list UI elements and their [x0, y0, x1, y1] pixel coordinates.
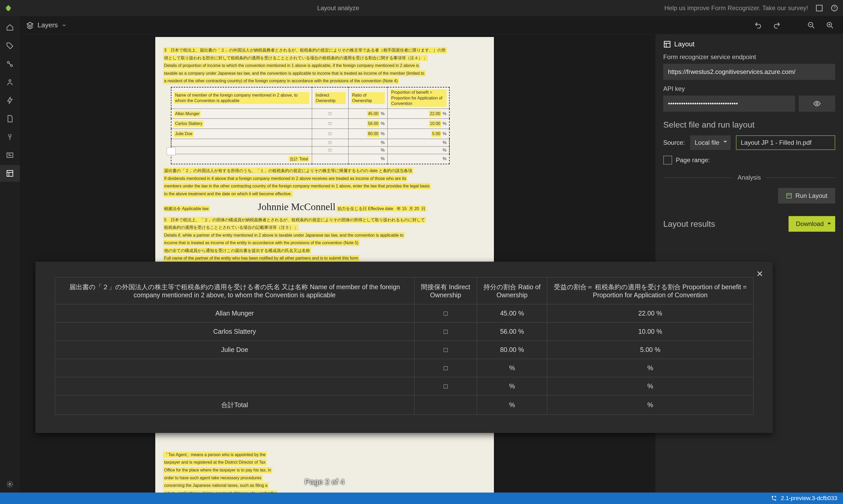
version-text: 2.1-preview.3-dcfb033 — [781, 495, 837, 502]
sidebar — [0, 16, 20, 492]
zoom-out-button[interactable] — [805, 18, 818, 32]
eye-icon — [813, 100, 821, 108]
source-select[interactable]: Local file — [690, 136, 731, 150]
zoom-out-icon — [807, 21, 815, 29]
doc-table: Name of member of the foreign company me… — [171, 87, 450, 164]
table-overlay: ✕ 届出書の「２」の外国法人の株主等で租税条約の適用を受ける者の氏名 又は名称 … — [35, 262, 773, 433]
svg-text:?: ? — [833, 5, 836, 11]
bolt-icon — [6, 96, 14, 104]
plug-icon — [6, 60, 14, 68]
nav-tag[interactable] — [0, 37, 20, 54]
feedback-icon[interactable] — [815, 4, 823, 12]
app-logo-icon — [5, 4, 12, 12]
table-badge-icon — [167, 147, 176, 155]
tag-icon — [6, 42, 14, 50]
reveal-key-button[interactable] — [799, 95, 835, 112]
layout-panel-icon — [663, 40, 671, 48]
svg-point-5 — [9, 80, 11, 82]
table-row: 合計Total%% — [55, 395, 753, 415]
nav-text[interactable] — [0, 147, 20, 163]
apikey-label: API key — [663, 85, 835, 92]
gear-icon — [6, 480, 14, 488]
file-picker[interactable]: Layout JP 1 - Filled In.pdf — [736, 136, 835, 150]
run-layout-button[interactable]: Run Layout — [778, 188, 835, 203]
redo-icon — [773, 21, 781, 29]
svg-point-12 — [816, 103, 818, 105]
apikey-input[interactable] — [663, 95, 795, 112]
layers-label: Layers — [37, 21, 58, 29]
table-row: Julie Doe□80.00 %5.00 % — [55, 341, 753, 359]
text-icon — [6, 151, 14, 159]
nav-connections[interactable] — [0, 56, 20, 72]
layout-icon — [6, 169, 14, 177]
svg-rect-0 — [816, 5, 822, 11]
nav-connect[interactable] — [0, 129, 20, 145]
close-overlay-button[interactable]: ✕ — [756, 269, 763, 279]
col-benefit: 受益の割合＝ 租税条約の適用を受ける割合 Proportion of benef… — [547, 277, 753, 304]
app-title: Layout analyze — [12, 4, 664, 12]
endpoint-input[interactable] — [663, 64, 835, 80]
page-range-checkbox[interactable] — [663, 156, 672, 164]
document-icon — [6, 115, 14, 123]
page-range-label: Page range: — [676, 157, 710, 164]
svg-point-8 — [9, 483, 11, 485]
nav-layout[interactable] — [0, 165, 20, 182]
layers-icon — [26, 21, 34, 29]
table-row: Carlos Slattery□56.00 %10.00 % — [55, 323, 753, 341]
panel-heading: Layout — [674, 40, 695, 48]
zoom-in-icon — [826, 21, 834, 29]
chevron-down-icon — [62, 23, 67, 28]
extracted-table: 届出書の「２」の外国法人の株主等で租税条約の適用を受ける者の氏名 又は名称 Na… — [55, 277, 753, 415]
nav-home[interactable] — [0, 19, 20, 36]
layers-dropdown[interactable]: Layers — [26, 21, 67, 29]
analysis-divider: Analysis — [663, 174, 835, 181]
table-row: □%% — [55, 377, 753, 395]
undo-icon — [754, 21, 762, 29]
run-icon — [786, 193, 792, 199]
home-icon — [6, 24, 14, 32]
select-file-title: Select file and run layout — [663, 120, 835, 130]
undo-button[interactable] — [751, 18, 765, 32]
col-name: 届出書の「２」の外国法人の株主等で租税条約の適用を受ける者の氏名 又は名称 Na… — [55, 277, 415, 304]
download-button[interactable]: Download — [789, 216, 835, 232]
help-icon[interactable]: ? — [830, 4, 838, 12]
connector-icon — [6, 133, 14, 141]
endpoint-label: Form recognizer service endpoint — [663, 53, 835, 61]
col-indirect: 間接保有 Indirect Ownership — [415, 277, 477, 304]
results-title: Layout results — [663, 219, 715, 229]
table-row: Allan Munger□45.00 %22.00 % — [55, 304, 753, 323]
page-indicator: Page 2 of 4 — [304, 478, 345, 486]
source-label: Source: — [663, 139, 685, 146]
svg-rect-11 — [664, 41, 670, 47]
titlebar: Layout analyze Help us improve Form Reco… — [0, 0, 843, 16]
nav-doc[interactable] — [0, 110, 20, 127]
branch-icon — [771, 496, 777, 501]
svg-rect-7 — [7, 170, 13, 177]
canvas-toolbar: Layers — [20, 16, 843, 34]
table-row: □%% — [55, 359, 753, 377]
signature: Johnnie McConnell — [258, 201, 335, 212]
nav-train[interactable] — [0, 92, 20, 109]
status-bar: 2.1-preview.3-dcfb033 — [0, 492, 843, 504]
survey-link[interactable]: Help us improve Form Recognizer. Take ou… — [664, 4, 808, 12]
nav-compose[interactable] — [0, 74, 20, 91]
nav-settings[interactable] — [0, 476, 20, 492]
person-icon — [6, 78, 14, 86]
col-ratio: 持分の割合 Ratio of Ownership — [477, 277, 547, 304]
redo-button[interactable] — [770, 18, 784, 32]
zoom-in-button[interactable] — [823, 18, 837, 32]
svg-rect-13 — [787, 194, 791, 198]
